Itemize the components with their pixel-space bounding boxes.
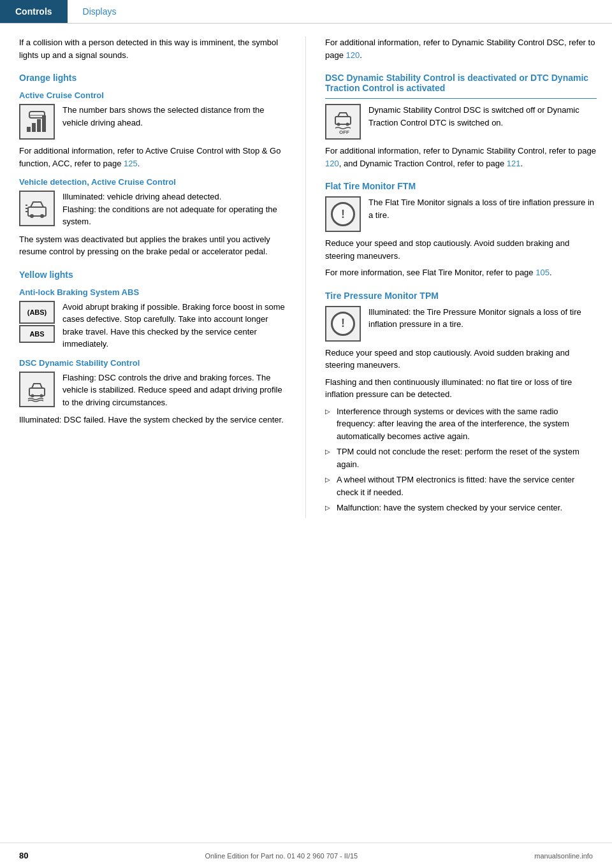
footer-right-text: manualsonline.info xyxy=(534,852,593,860)
active-cruise-link[interactable]: 125 xyxy=(124,159,138,168)
tire-pressure-text: Illuminated: the Tire Pressure Monitor s… xyxy=(368,306,597,331)
tire-pressure-bullets: Interference through systems or devices … xyxy=(325,405,597,514)
dsc-link1[interactable]: 120 xyxy=(325,159,339,168)
svg-rect-1 xyxy=(32,123,36,132)
dsc-deactivated-heading: DSC Dynamic Stability Control is deactiv… xyxy=(325,73,597,93)
vehicle-svg xyxy=(24,196,50,221)
svg-rect-0 xyxy=(27,127,31,132)
orange-lights-heading: Orange lights xyxy=(19,73,290,83)
abs-icon-top: (ABS) xyxy=(19,301,55,324)
dsc-stability-text: Flashing: DSC controls the drive and bra… xyxy=(62,372,290,409)
acc-icon xyxy=(19,104,55,140)
bullet-item: A wheel without TPM electronics is fitte… xyxy=(325,474,597,498)
tire-pressure-exclaim: ! xyxy=(331,312,355,336)
dsc-off-icon: OFF xyxy=(325,104,361,140)
dsc-stability-heading: DSC Dynamic Stability Control xyxy=(19,358,290,368)
dsc-off-text: Dynamic Stability Control DSC is switche… xyxy=(368,104,597,129)
right-column: For additional information, refer to Dyn… xyxy=(306,36,612,518)
dsc-link2[interactable]: 121 xyxy=(507,159,521,168)
dsc-stability-svg xyxy=(24,377,50,402)
tab-displays[interactable]: Displays xyxy=(68,0,132,23)
tire-pressure-icon: ! xyxy=(325,306,361,342)
header-tabs: Controls Displays xyxy=(0,0,612,24)
active-cruise-text: The number bars shows the selected dista… xyxy=(62,104,290,129)
active-cruise-note: For additional information, refer to Act… xyxy=(19,145,290,170)
tire-pressure-note2: Flashing and then continuously illuminat… xyxy=(325,376,597,401)
svg-point-7 xyxy=(30,214,34,218)
page-number: 80 xyxy=(19,851,28,860)
vehicle-detection-heading: Vehicle detection, Active Cruise Control xyxy=(19,177,290,187)
svg-point-8 xyxy=(40,214,44,218)
tire-pressure-heading: Tire Pressure Monitor TPM xyxy=(325,291,597,301)
footer: 80 Online Edition for Part no. 01 40 2 9… xyxy=(0,843,612,868)
dsc-illuminated-text: Illuminated: DSC failed. Have the system… xyxy=(19,414,290,426)
right-intro-link[interactable]: 120 xyxy=(346,50,360,60)
flat-tire-exclaim: ! xyxy=(331,202,355,226)
flat-tire-text: The Flat Tire Monitor signals a loss of … xyxy=(368,196,597,221)
svg-point-17 xyxy=(346,123,349,126)
tire-pressure-block: ! Illuminated: the Tire Pressure Monitor… xyxy=(325,306,597,342)
svg-point-14 xyxy=(40,394,43,397)
abs-heading: Anti-lock Braking System ABS xyxy=(19,287,290,297)
blue-divider xyxy=(325,98,597,99)
intro-text: If a collision with a person detected in… xyxy=(19,36,290,61)
vehicle-detection-text: Illuminated: vehicle driving ahead detec… xyxy=(62,191,290,228)
bullet-item: Interference through systems or devices … xyxy=(325,405,597,443)
footer-center-text: Online Edition for Part no. 01 40 2 960 … xyxy=(205,852,358,860)
right-intro: For additional information, refer to Dyn… xyxy=(325,36,597,61)
flat-tire-heading: Flat Tire Monitor FTM xyxy=(325,181,597,191)
svg-rect-2 xyxy=(37,119,41,132)
svg-point-13 xyxy=(31,394,34,397)
svg-text:OFF: OFF xyxy=(339,129,349,134)
yellow-lights-heading: Yellow lights xyxy=(19,270,290,280)
active-cruise-block: The number bars shows the selected dista… xyxy=(19,104,290,140)
abs-block: (ABS) ABS Avoid abrupt braking if possib… xyxy=(19,301,290,351)
active-cruise-heading: Active Cruise Control xyxy=(19,90,290,100)
abs-icon-stacked: (ABS) ABS xyxy=(19,301,55,343)
vehicle-detection-icon xyxy=(19,191,55,226)
dsc-deactivated-block: OFF Dynamic Stability Control DSC is swi… xyxy=(325,104,597,140)
left-column: If a collision with a person detected in… xyxy=(0,36,306,518)
abs-text: Avoid abrupt braking if possible. Brakin… xyxy=(62,301,290,351)
flat-tire-note1: Reduce your speed and stop cautiously. A… xyxy=(325,237,597,262)
tire-pressure-note1: Reduce your speed and stop cautiously. A… xyxy=(325,347,597,372)
flat-tire-note2: For more information, see Flat Tire Moni… xyxy=(325,266,597,279)
dsc-stability-icon xyxy=(19,372,55,407)
dsc-stability-block: Flashing: DSC controls the drive and bra… xyxy=(19,372,290,409)
bullet-item: Malfunction: have the system checked by … xyxy=(325,502,597,514)
acc-svg xyxy=(24,109,50,134)
bullet-item: TPM could not conclude the reset: perfor… xyxy=(325,445,597,470)
svg-point-16 xyxy=(337,123,340,126)
dsc-off-svg: OFF xyxy=(330,109,356,134)
flat-tire-block: ! The Flat Tire Monitor signals a loss o… xyxy=(325,196,597,232)
tab-controls[interactable]: Controls xyxy=(0,0,68,23)
main-content: If a collision with a person detected in… xyxy=(0,24,612,556)
vehicle-detection-block: Illuminated: vehicle driving ahead detec… xyxy=(19,191,290,228)
flat-tire-link[interactable]: 105 xyxy=(536,268,550,277)
dsc-deactivated-note: For additional information, refer to Dyn… xyxy=(325,145,597,170)
vehicle-detection-note: The system was deactivated but applies t… xyxy=(19,233,290,258)
abs-icon-bottom: ABS xyxy=(19,325,55,343)
flat-tire-icon: ! xyxy=(325,196,361,232)
